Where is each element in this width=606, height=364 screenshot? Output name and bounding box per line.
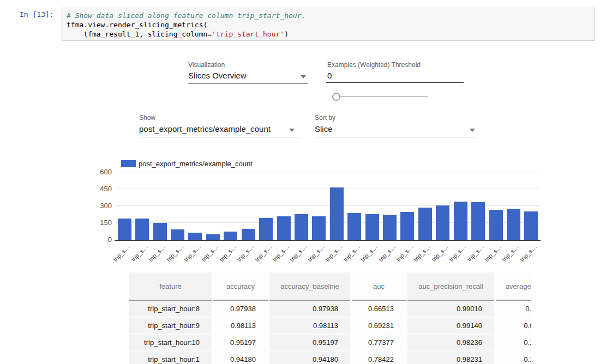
bar[interactable]: [436, 205, 449, 240]
table-row: trip_start_hour:100.951970.951970.773770…: [129, 334, 531, 351]
bar[interactable]: [471, 202, 485, 240]
bar[interactable]: [135, 219, 149, 240]
table-row: trip_start_hour:10.941800.941800.784220.…: [129, 351, 531, 364]
bar[interactable]: [330, 187, 344, 240]
bar[interactable]: [524, 211, 538, 240]
feature-cell: trip_start_hour:1: [129, 351, 213, 364]
notebook-page: In [13]: # Show data sliced along featur…: [0, 0, 606, 364]
y-tick-label: 150: [92, 219, 112, 227]
bar[interactable]: [365, 214, 379, 240]
metric-cell: 0.95197: [269, 334, 351, 351]
feature-cell: trip_start_hour:10: [129, 334, 213, 351]
visualization-label: Visualization: [188, 61, 225, 69]
threshold-slider-track[interactable]: [334, 96, 428, 97]
metric-cell: 0.66513: [351, 300, 407, 317]
chart-plot: trip_s…trip_s…trip_s…trip_s…trip_s…trip_…: [116, 172, 540, 240]
show-label: Show: [139, 114, 155, 122]
metric-cell: 0.98231: [407, 351, 495, 364]
x-axis-line: [115, 240, 541, 241]
code-editor[interactable]: # Show data sliced along feature column …: [62, 8, 595, 41]
show-dropdown[interactable]: post_export_metrics/example_count: [139, 124, 300, 137]
table-row: trip_start_hour:90.981130.981130.692310.…: [129, 317, 531, 334]
column-header: auc: [351, 272, 407, 300]
bar[interactable]: [489, 210, 503, 240]
metric-cell: 0.94180: [269, 351, 351, 364]
bar[interactable]: [224, 232, 237, 240]
metric-cell: 0.78422: [351, 351, 407, 364]
metric-cell: 0.95197: [213, 334, 269, 351]
column-header: accuracy_baseline: [269, 272, 351, 300]
sort-by-label: Sort by: [315, 114, 335, 122]
legend-label: post_export_metrics/example_count: [139, 160, 253, 168]
metric-cell: 0.98236: [407, 334, 495, 351]
bar[interactable]: [277, 216, 291, 240]
metrics-table: featureaccuracyaccuracy_baselineaucauc_p…: [129, 272, 531, 364]
cell-prompt: In [13]:: [20, 10, 54, 19]
chevron-down-icon: [301, 75, 306, 78]
metric-cell: 0.97938: [269, 300, 351, 317]
code-line-2: tfma.view.render_slicing_metrics(: [67, 20, 595, 29]
threshold-input[interactable]: 0: [327, 71, 332, 80]
metric-cell: 0.99140: [407, 317, 495, 334]
column-header: feature: [129, 272, 213, 300]
metric-cell: 0.1541: [495, 334, 531, 351]
table-row: trip_start_hour:80.979380.979380.665130.…: [129, 300, 531, 317]
metric-cell: 0.99010: [407, 300, 495, 317]
metric-cell: 0.97938: [213, 300, 269, 317]
feature-cell: trip_start_hour:8: [129, 300, 213, 317]
bar[interactable]: [507, 209, 520, 240]
bar[interactable]: [242, 229, 255, 240]
y-tick-label: 600: [92, 168, 112, 176]
bar[interactable]: [347, 213, 361, 240]
sort-by-dropdown[interactable]: Slice: [315, 124, 477, 137]
bar[interactable]: [312, 216, 326, 240]
y-tick-label: 300: [92, 202, 112, 210]
metric-cell: 0.0892: [495, 317, 531, 334]
bar[interactable]: [383, 215, 397, 240]
y-tick-label: 0: [92, 235, 112, 244]
chevron-down-icon: [470, 129, 475, 132]
metric-cell: 0.69231: [351, 317, 407, 334]
bar[interactable]: [400, 212, 414, 240]
legend-swatch: [121, 160, 136, 167]
visualization-dropdown[interactable]: Slices Overview: [188, 70, 308, 84]
threshold-label: Examples (Weighted) Threshold: [327, 61, 421, 69]
bar[interactable]: [188, 233, 202, 240]
bar[interactable]: [259, 218, 273, 240]
bar[interactable]: [295, 214, 308, 240]
bar[interactable]: [171, 229, 184, 240]
code-comment: # Show data sliced along feature column …: [67, 11, 595, 20]
column-header: average_loss: [495, 272, 531, 300]
y-tick-label: 450: [92, 185, 112, 193]
metric-cell: 0.98113: [213, 317, 269, 334]
metric-cell: 0.1111: [495, 300, 531, 317]
metric-cell: 0.98113: [269, 317, 351, 334]
metrics-table-container: featureaccuracyaccuracy_baselineaucauc_p…: [129, 272, 531, 364]
bar[interactable]: [418, 208, 432, 240]
threshold-underline: [326, 82, 464, 83]
table-header-row: featureaccuracyaccuracy_baselineaucauc_p…: [129, 272, 531, 300]
bar[interactable]: [454, 202, 467, 240]
chevron-down-icon: [289, 129, 295, 132]
bar[interactable]: [206, 234, 220, 240]
feature-cell: trip_start_hour:9: [129, 317, 213, 334]
threshold-slider-handle[interactable]: [332, 93, 340, 101]
metric-cell: 0.1901: [495, 351, 531, 364]
bar[interactable]: [118, 219, 131, 240]
metric-cell: 0.94180: [213, 351, 269, 364]
metric-cell: 0.77377: [351, 334, 407, 351]
column-header: accuracy: [213, 272, 269, 300]
bar[interactable]: [153, 223, 167, 240]
column-header: auc_precision_recall: [407, 272, 495, 300]
code-line-3: tfma_result_1, slicing_column='trip_star…: [67, 29, 595, 39]
